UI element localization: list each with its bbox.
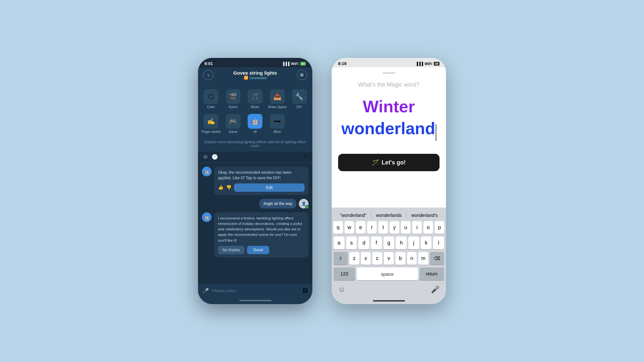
image-attach-icon[interactable]: 🖼 [303, 288, 308, 294]
right-home-bar [373, 300, 405, 302]
mic-keyboard-icon[interactable]: 🎤 [431, 285, 440, 294]
good-button[interactable]: Good [247, 246, 269, 254]
chat-input-placeholder: Please enter. [212, 288, 299, 293]
numbers-key[interactable]: 123 [334, 267, 355, 280]
autocomplete-item-2[interactable]: wonderland's [407, 211, 442, 219]
key-h[interactable]: h [396, 237, 407, 249]
key-r[interactable]: r [367, 221, 377, 234]
emoji-keyboard-icon[interactable]: ☺ [338, 285, 345, 294]
bot-bubble-1: Okay, the recommended solution has been … [214, 167, 308, 195]
action-buttons: No thanks Good [218, 246, 305, 254]
key-c[interactable]: c [372, 252, 382, 265]
chat-input-bar[interactable]: 🎤 Please enter. 🖼 [198, 284, 312, 297]
text-cursor [436, 124, 436, 141]
shift-key[interactable]: ⇧ [334, 252, 348, 265]
lets-go-button[interactable]: 🪄 Let's go! [338, 154, 440, 171]
share-space-icon: 📤 [270, 89, 285, 104]
keyboard-area: "wonderland" wonderlands wonderland's q … [332, 208, 446, 282]
edit-btn-row: 👍 👎 Edit [218, 183, 305, 192]
key-e[interactable]: e [356, 221, 365, 234]
magic-word-prompt: What's the Magic word? [358, 81, 420, 88]
menu-item-finger-sketch[interactable]: ✍️ Finger sketch [200, 111, 222, 136]
key-g[interactable]: g [384, 237, 394, 249]
key-f[interactable]: f [371, 237, 382, 249]
keyboard-bottom-bar: ☺ 🎤 [332, 282, 446, 298]
key-w[interactable]: w [345, 221, 354, 234]
key-q[interactable]: q [333, 221, 343, 234]
chat-toolbar: ⚙ 🕐 ⌃ [198, 151, 312, 163]
key-o[interactable]: o [423, 221, 433, 234]
key-x[interactable]: x [361, 252, 371, 265]
key-k[interactable]: k [421, 237, 432, 249]
left-home-indicator [198, 297, 312, 304]
word-wonderland: wonderland [341, 119, 435, 138]
key-u[interactable]: u [401, 221, 411, 234]
edit-button[interactable]: Edit [234, 183, 305, 192]
right-signal-icon: ▐▐▐ [415, 62, 423, 66]
magic-word-display: Winter wonderland [341, 96, 436, 141]
keyboard-rows: q w e r t y u i o p a s d f g [333, 221, 445, 280]
menu-label-share-space: Share Space [268, 105, 287, 109]
key-z[interactable]: z [349, 252, 359, 265]
menu-item-game[interactable]: 🎮 Game [222, 111, 244, 136]
history-icon[interactable]: 🕐 [212, 154, 218, 160]
right-home-indicator [332, 298, 446, 304]
finger-sketch-icon: ✍️ [204, 114, 218, 129]
no-thanks-button[interactable]: No thanks [218, 246, 244, 254]
collapse-icon[interactable]: ⌃ [303, 154, 307, 160]
key-i[interactable]: i [412, 221, 422, 234]
right-status-icons: ▐▐▐ WiFi 48 [415, 62, 440, 66]
chat-area: ⚙ 🕐 ⌃ 🤖 Okay, the recommended solution h… [198, 151, 312, 297]
toolbar-icons: ⚙ 🕐 [203, 154, 218, 160]
thumbs-up-icon[interactable]: 👍 [218, 184, 223, 191]
battery-badge: 43 [300, 62, 306, 66]
bot-message-2: 🤖 I recommend a festive, twinkling light… [202, 212, 308, 257]
key-row-3: ⇧ z x c v b n m ⌫ [334, 252, 444, 265]
key-l[interactable]: l [433, 237, 444, 249]
right-phone: 8:19 ▐▐▐ WiFi 48 What's the Magic word? … [332, 58, 446, 304]
left-time: 9:01 [204, 61, 213, 66]
settings-button[interactable]: ⚙ [297, 70, 307, 80]
mic-input-icon[interactable]: 🎤 [203, 288, 209, 294]
left-phone: 9:01 ▐▐▐ WiFi 43 ‹ Govee string lights 📶… [198, 58, 312, 304]
key-a[interactable]: a [334, 237, 345, 249]
menu-item-more[interactable]: ••• More [266, 111, 289, 136]
game-icon: 🎮 [226, 114, 241, 129]
autocomplete-item-0[interactable]: "wonderland" [336, 211, 371, 219]
key-t[interactable]: t [378, 221, 388, 234]
wifi-small-icon: 📶 [244, 76, 248, 80]
key-d[interactable]: d [358, 237, 369, 249]
key-y[interactable]: y [390, 221, 399, 234]
key-v[interactable]: v [384, 252, 394, 265]
menu-label-ai: AI [254, 130, 257, 134]
word-winter: Winter [341, 96, 436, 118]
user-message: Jingle all the way 👤 [202, 199, 308, 209]
thumbs-down-icon[interactable]: 👎 [226, 184, 232, 191]
key-s[interactable]: s [346, 237, 357, 249]
menu-item-ai[interactable]: 🤖 AI [244, 111, 266, 136]
menu-item-color[interactable]: ⬡ Color [200, 87, 222, 111]
delete-key[interactable]: ⌫ [430, 252, 444, 265]
left-status-icons: ▐▐▐ WiFi 43 [282, 62, 306, 66]
user-avatar: 👤 [299, 199, 308, 209]
bot-avatar-2: 🤖 [202, 212, 212, 222]
settings-chat-icon[interactable]: ⚙ [203, 154, 208, 160]
space-key[interactable]: space [357, 267, 418, 280]
autocomplete-item-1[interactable]: wonderlands [371, 211, 407, 219]
menu-item-music[interactable]: 🎵 Music [244, 87, 266, 111]
lets-go-label: Let's go! [382, 159, 405, 166]
menu-item-scene[interactable]: 🎬 Scene [222, 87, 244, 111]
key-n[interactable]: n [407, 252, 417, 265]
wifi-icon: WiFi [291, 62, 298, 66]
menu-item-diy[interactable]: 🔧 DIY [288, 87, 310, 111]
key-b[interactable]: b [395, 252, 405, 265]
back-button[interactable]: ‹ [203, 70, 213, 80]
menu-item-share-space[interactable]: 📤 Share Space [266, 87, 289, 111]
left-home-bar [239, 300, 271, 301]
diy-icon: 🔧 [292, 89, 307, 104]
key-row-4: 123 space return [334, 267, 444, 280]
key-j[interactable]: j [408, 237, 419, 249]
key-p[interactable]: p [435, 221, 444, 234]
return-key[interactable]: return [420, 267, 444, 280]
key-m[interactable]: m [418, 252, 428, 265]
